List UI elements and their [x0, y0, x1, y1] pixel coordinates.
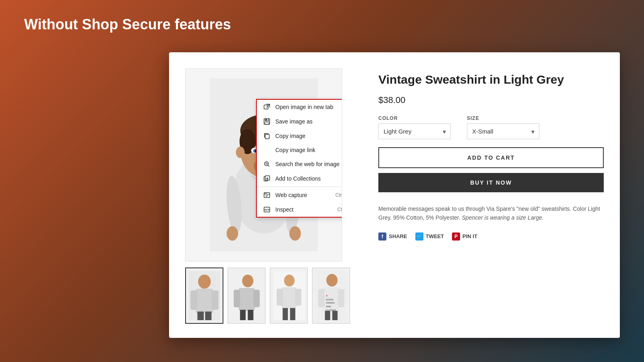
buy-now-button[interactable]: BUY IT NOW — [378, 173, 604, 192]
tweet-label: TWEET — [426, 233, 444, 239]
svg-point-19 — [227, 226, 238, 241]
pin-label: PIN IT — [462, 233, 477, 239]
svg-point-41 — [242, 275, 253, 287]
color-select-wrapper: Light Grey White Black Navy — [378, 123, 451, 139]
twitter-share-button[interactable]: 🐦 TWEET — [415, 232, 444, 241]
thumbnail-strip: A DOOR OPENS AND CLOSES — [185, 267, 354, 324]
inspect-shortcut: Ctrl+Shift+I — [337, 207, 342, 212]
context-menu-web-capture[interactable]: Web capture Ctrl+Shift+S — [257, 188, 342, 202]
svg-rect-50 — [277, 289, 283, 306]
svg-rect-43 — [233, 290, 240, 307]
svg-point-20 — [289, 226, 301, 241]
svg-rect-44 — [253, 290, 260, 307]
page-title: Without Shop Secure features — [24, 16, 231, 33]
svg-rect-24 — [265, 134, 269, 139]
save-icon — [263, 118, 270, 125]
new-tab-icon — [263, 103, 270, 111]
share-label: SHARE — [389, 233, 407, 239]
svg-point-48 — [284, 275, 294, 287]
social-share-row: f SHARE 🐦 TWEET P PIN IT — [378, 232, 604, 241]
svg-rect-35 — [196, 289, 213, 313]
svg-rect-57 — [318, 289, 324, 307]
svg-point-34 — [198, 275, 211, 289]
copy-icon — [263, 132, 270, 140]
browser-window: Open image in new tab Save image as — [169, 52, 620, 338]
context-menu-inspect[interactable]: Inspect Ctrl+Shift+I — [257, 202, 342, 217]
svg-rect-42 — [238, 288, 254, 311]
svg-rect-36 — [190, 290, 197, 310]
web-capture-icon — [263, 191, 270, 199]
svg-rect-53 — [290, 308, 295, 321]
svg-point-30 — [265, 193, 266, 194]
product-images-section: Open image in new tab Save image as — [185, 68, 354, 322]
context-open-new-tab-label: Open image in new tab — [275, 104, 333, 110]
svg-rect-46 — [248, 310, 253, 320]
thumbnail-2[interactable] — [227, 267, 266, 324]
color-selector-group: COLOR Light Grey White Black Navy — [378, 115, 451, 139]
context-menu-divider — [257, 187, 342, 187]
pinterest-icon: P — [452, 232, 460, 241]
context-save-image-label: Save image as — [275, 118, 313, 125]
svg-text:A: A — [326, 294, 328, 297]
svg-rect-38 — [197, 311, 204, 320]
context-menu-copy-image[interactable]: Copy image — [257, 129, 342, 143]
thumbnail-3[interactable] — [270, 267, 308, 324]
context-menu-search-web[interactable]: Search the web for image — [257, 157, 342, 171]
context-menu: Open image in new tab Save image as — [256, 99, 342, 218]
svg-rect-58 — [338, 289, 344, 307]
size-selector-group: SIZE X-Small Small Medium Large X-Large — [467, 115, 539, 139]
color-label: COLOR — [378, 115, 451, 121]
pinterest-share-button[interactable]: P PIN IT — [452, 232, 477, 241]
context-copy-link-label: Copy image link — [275, 147, 316, 153]
thumbnail-4[interactable]: A DOOR OPENS AND CLOSES — [312, 267, 350, 324]
svg-point-55 — [326, 274, 337, 286]
svg-text:CLOSES: CLOSES — [326, 309, 336, 311]
svg-rect-65 — [332, 311, 337, 321]
facebook-share-button[interactable]: f SHARE — [378, 232, 407, 241]
context-menu-open-new-tab[interactable]: Open image in new tab — [257, 100, 342, 114]
inspect-icon — [263, 206, 270, 213]
context-inspect-label: Inspect — [275, 206, 293, 213]
svg-text:AND: AND — [326, 305, 331, 308]
svg-text:OPENS: OPENS — [326, 301, 334, 304]
size-select[interactable]: X-Small Small Medium Large X-Large — [467, 123, 539, 139]
svg-rect-21 — [264, 105, 268, 109]
web-capture-shortcut: Ctrl+Shift+S — [335, 192, 342, 198]
context-menu-save-image[interactable]: Save image as — [257, 114, 342, 129]
color-select[interactable]: Light Grey White Black Navy — [378, 123, 451, 139]
product-info-section: Vintage Sweatshirt in Light Grey $38.00 … — [378, 68, 604, 322]
svg-rect-37 — [211, 290, 218, 310]
svg-rect-49 — [281, 287, 296, 308]
product-title: Vintage Sweatshirt in Light Grey — [378, 72, 604, 87]
product-price: $38.00 — [378, 95, 604, 105]
svg-point-15 — [236, 146, 245, 158]
twitter-icon: 🐦 — [415, 232, 423, 241]
svg-rect-51 — [295, 289, 301, 306]
context-menu-copy-link[interactable]: Copy image link — [257, 143, 342, 157]
svg-rect-64 — [325, 311, 330, 321]
size-label: SIZE — [467, 115, 539, 121]
facebook-icon: f — [378, 232, 386, 241]
collections-icon — [263, 175, 270, 182]
svg-rect-45 — [240, 310, 246, 320]
svg-text:DOOR: DOOR — [326, 298, 333, 300]
size-select-wrapper: X-Small Small Medium Large X-Large — [467, 123, 539, 139]
svg-point-25 — [264, 162, 268, 166]
product-description: Memorable messages speak to us through V… — [378, 204, 604, 222]
context-web-capture-label: Web capture — [275, 192, 307, 198]
search-web-icon — [263, 160, 270, 168]
svg-point-31 — [266, 193, 267, 194]
product-page: Open image in new tab Save image as — [169, 52, 620, 338]
svg-rect-23 — [266, 119, 267, 121]
context-search-web-label: Search the web for image — [275, 161, 340, 167]
context-menu-add-collections[interactable]: Add to Collections › — [257, 171, 342, 186]
svg-rect-39 — [205, 311, 211, 320]
product-selectors: COLOR Light Grey White Black Navy SIZE — [378, 115, 604, 139]
thumbnail-1[interactable] — [185, 267, 223, 324]
main-product-image: Open image in new tab Save image as — [185, 68, 342, 261]
add-to-cart-button[interactable]: ADD TO CART — [378, 147, 604, 168]
context-add-collections-label: Add to Collections — [275, 175, 321, 182]
svg-rect-52 — [283, 308, 288, 321]
context-copy-image-label: Copy image — [275, 133, 305, 139]
